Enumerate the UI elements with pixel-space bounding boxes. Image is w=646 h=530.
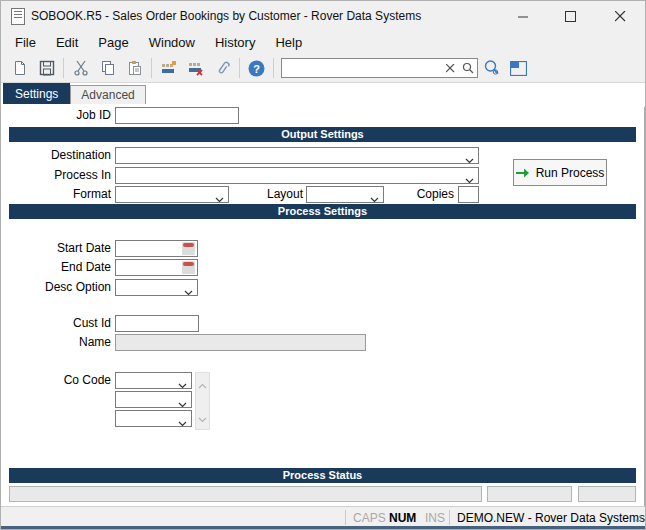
copy-button[interactable] (94, 56, 121, 80)
menu-edit[interactable]: Edit (46, 32, 88, 53)
menu-help[interactable]: Help (265, 32, 312, 53)
window-panel-icon (510, 61, 527, 76)
save-icon (39, 60, 55, 76)
resize-grip[interactable] (633, 513, 642, 527)
search-input[interactable] (282, 60, 441, 76)
copies-field[interactable] (458, 186, 479, 203)
add-record-icon (160, 60, 178, 76)
minimize-button[interactable] (500, 1, 547, 31)
format-select[interactable] (115, 186, 229, 203)
find-view-icon (483, 59, 501, 77)
tab-advanced[interactable]: Advanced (70, 85, 145, 104)
connection-info: DEMO.NEW - Rover Data Systems (457, 511, 645, 525)
add-record-button[interactable] (155, 56, 182, 80)
cust-id-label: Cust Id (1, 315, 111, 332)
end-date-field[interactable] (115, 259, 198, 276)
process-status-field-main (9, 486, 482, 502)
co-code-select-2[interactable] (115, 391, 192, 408)
start-date-label: Start Date (1, 240, 111, 257)
paste-icon (127, 60, 143, 76)
minimize-icon (518, 11, 529, 22)
job-id-label: Job ID (1, 107, 111, 124)
client-right-border (644, 107, 645, 506)
window-panel-button[interactable] (505, 56, 532, 80)
close-button[interactable] (594, 1, 646, 31)
toolbar-separator (151, 58, 152, 78)
process-status-header: Process Status (9, 468, 636, 483)
tab-advanced-label: Advanced (81, 88, 134, 102)
process-in-label: Process In (1, 167, 111, 184)
layout-select[interactable] (306, 186, 384, 203)
toolbar-separator (273, 58, 274, 78)
run-process-button[interactable]: Run Process (513, 159, 607, 186)
start-date-field[interactable] (115, 240, 198, 257)
help-icon: ? (248, 60, 265, 77)
menu-page[interactable]: Page (88, 32, 138, 53)
run-arrow-icon (516, 168, 530, 178)
close-icon (615, 11, 626, 22)
destination-select[interactable] (115, 147, 479, 164)
desc-option-select[interactable] (115, 279, 198, 296)
copy-icon (100, 60, 116, 76)
process-settings-header: Process Settings (9, 204, 636, 219)
scroll-up-icon[interactable] (198, 375, 207, 393)
layout-label: Layout (241, 186, 303, 203)
cust-id-input[interactable] (116, 316, 198, 331)
chevron-down-icon (465, 153, 474, 168)
save-button[interactable] (33, 56, 60, 80)
find-view-button[interactable] (478, 56, 505, 80)
cust-id-field[interactable] (115, 315, 199, 332)
menu-bar: File Edit Page Window History Help (1, 31, 645, 54)
app-icon (11, 8, 25, 25)
svg-text:?: ? (253, 62, 260, 74)
chevron-down-icon (184, 285, 193, 300)
caps-indicator: CAPS (353, 511, 386, 525)
scroll-down-icon[interactable] (198, 409, 207, 427)
delete-record-button[interactable] (182, 56, 209, 80)
job-id-input[interactable] (116, 108, 238, 123)
process-status-field-2 (487, 486, 572, 502)
chevron-down-icon (178, 416, 187, 431)
process-status-field-3 (578, 486, 636, 502)
search-icon[interactable] (459, 59, 477, 77)
desc-option-label: Desc Option (1, 279, 111, 296)
copies-label: Copies (386, 186, 454, 203)
name-label: Name (1, 334, 111, 351)
toolbar-separator (63, 58, 64, 78)
cut-icon (73, 60, 89, 76)
cut-button[interactable] (67, 56, 94, 80)
end-date-label: End Date (1, 259, 111, 276)
search-clear-icon[interactable] (441, 59, 459, 77)
new-document-icon (12, 60, 28, 76)
copies-input[interactable] (459, 187, 478, 202)
co-code-label: Co Code (1, 372, 111, 389)
toolbar-separator (239, 58, 240, 78)
toolbar: ? (1, 54, 645, 83)
menu-window[interactable]: Window (139, 32, 205, 53)
tab-bar: Settings Advanced (1, 83, 645, 104)
delete-record-icon (187, 60, 205, 76)
process-in-select[interactable] (115, 167, 479, 184)
new-button[interactable] (6, 56, 33, 80)
menu-file[interactable]: File (5, 32, 46, 53)
help-button[interactable]: ? (243, 56, 270, 80)
application-window: SOBOOK.R5 - Sales Order Bookings by Cust… (0, 0, 646, 530)
num-indicator: NUM (389, 511, 416, 525)
co-code-select-3[interactable] (115, 410, 192, 427)
ins-indicator: INS (425, 511, 445, 525)
job-id-field[interactable] (115, 107, 239, 124)
maximize-button[interactable] (547, 1, 594, 31)
co-code-scrollbar[interactable] (195, 372, 210, 430)
name-field (115, 334, 366, 351)
output-settings-header: Output Settings (9, 127, 636, 142)
menu-history[interactable]: History (205, 32, 265, 53)
name-input (116, 335, 365, 350)
form-area: Job ID Output Settings Destination Proce… (1, 104, 646, 506)
calendar-icon[interactable] (182, 261, 195, 274)
tab-settings[interactable]: Settings (3, 83, 70, 104)
paste-button[interactable] (121, 56, 148, 80)
attachment-button[interactable] (209, 56, 236, 80)
calendar-icon[interactable] (182, 242, 195, 255)
co-code-select-1[interactable] (115, 372, 192, 389)
attachment-icon (215, 60, 231, 76)
